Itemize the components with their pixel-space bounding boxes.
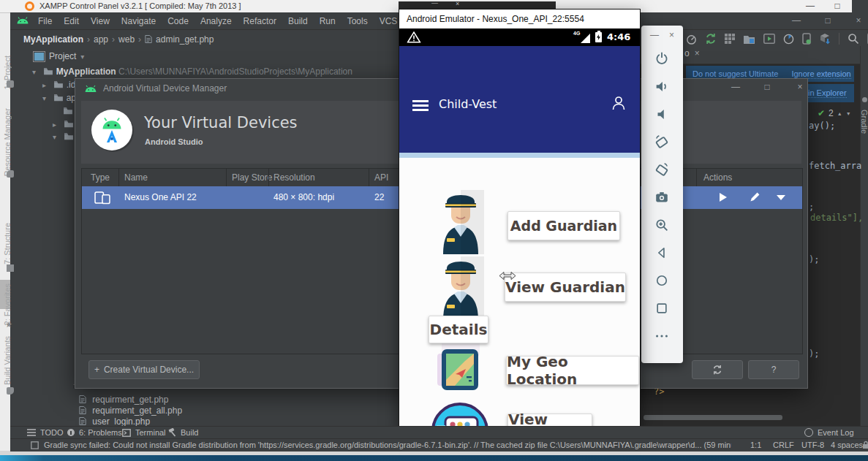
menu-refactor[interactable]: Refactor — [238, 16, 282, 26]
tree-row-folder[interactable]: ▸ — [53, 119, 74, 129]
sidebar-item-resource-manager[interactable]: Resource Manager — [3, 108, 12, 177]
tool-button-terminal[interactable]: Terminal — [122, 428, 166, 437]
studio-close-icon[interactable]: × — [849, 15, 868, 26]
window-icon[interactable] — [31, 441, 39, 449]
edit-device-icon[interactable] — [749, 191, 761, 203]
more-actions-icon[interactable] — [777, 195, 785, 200]
emulator-titlebar[interactable]: Android Emulator - Nexus_One_API_22:5554 — [399, 9, 640, 28]
menu-edit[interactable]: Edit — [58, 16, 85, 26]
sidebar-item-gradle[interactable]: Gradle — [860, 110, 868, 134]
power-button-icon[interactable] — [641, 45, 682, 72]
avd-close-icon[interactable]: × — [790, 82, 809, 92]
chevron-up-icon[interactable]: ▲ — [837, 111, 842, 116]
breadcrumb-file[interactable]: admin_get.php — [156, 34, 214, 45]
column-actions[interactable]: Actions — [703, 172, 732, 183]
file-encoding[interactable]: UTF-8 — [801, 441, 824, 449]
inspection-widget[interactable]: ✔ 2 ▲ ▼ — [818, 108, 851, 118]
column-resolution[interactable]: Resolution — [273, 172, 315, 183]
volume-up-icon[interactable] — [641, 72, 682, 100]
sidebar-item-favorites[interactable]: 2: Favorites — [3, 283, 12, 325]
device-manager-icon[interactable] — [743, 34, 755, 45]
sdk-manager-icon[interactable] — [819, 33, 831, 45]
tree-row-folder[interactable]: ▾ — [53, 132, 74, 142]
more-options-icon[interactable] — [641, 322, 682, 350]
tree-row-file[interactable]: requirment_get.php — [79, 395, 168, 405]
back-button-icon[interactable] — [641, 239, 682, 267]
menu-tools[interactable]: Tools — [341, 16, 374, 26]
breadcrumb-folder[interactable]: web — [118, 34, 135, 45]
menu-file[interactable]: File — [32, 16, 58, 26]
tab-close-icon[interactable]: × — [695, 48, 700, 58]
chevron-collapsed-icon[interactable]: ▸ — [42, 81, 51, 89]
emulator-close-icon[interactable]: × — [669, 30, 674, 40]
overview-button-icon[interactable] — [641, 294, 682, 322]
search-icon[interactable] — [848, 33, 859, 45]
home-button-icon[interactable] — [641, 267, 682, 294]
notification-link-explorer[interactable]: in Explorer — [808, 88, 847, 98]
gradle-sync-icon[interactable] — [705, 33, 717, 45]
sidebar-item-build-variants[interactable]: Build Variants — [3, 336, 12, 385]
column-type[interactable]: Type — [91, 172, 110, 183]
create-virtual-device-button[interactable]: + Create Virtual Device... — [88, 360, 200, 379]
notification-link-ignore[interactable]: Ignore extension — [791, 69, 850, 79]
view-guardian-button[interactable]: View Guardian — [505, 273, 626, 302]
avd-minimize-icon[interactable]: — — [726, 82, 745, 92]
chevron-collapsed-icon[interactable]: ▸ — [53, 121, 61, 129]
tree-row-file[interactable]: user_login.php — [79, 416, 150, 427]
chevron-expanded-icon[interactable]: ▾ — [53, 133, 61, 141]
run-in-window-icon[interactable] — [763, 34, 775, 44]
my-geo-location-button[interactable]: My Geo Location — [506, 356, 639, 385]
tool-button-build[interactable]: Build — [167, 428, 198, 437]
editor-tab[interactable]: o × — [684, 48, 700, 58]
help-button[interactable]: ? — [748, 360, 799, 379]
lock-icon[interactable] — [862, 441, 868, 449]
tree-row-root[interactable]: ▾ MyApplication C:\Users\MUNNAFIYA\Andro… — [32, 66, 352, 77]
profile-person-icon[interactable] — [610, 94, 627, 112]
add-guardian-button[interactable]: Add Guardian — [507, 211, 620, 240]
notification-link-suggest[interactable]: Do not suggest Ultimate — [692, 69, 778, 79]
column-api[interactable]: API — [374, 172, 388, 183]
chevron-expanded-icon[interactable]: ▾ — [32, 68, 41, 76]
emulator-minimize-icon[interactable]: — — [650, 30, 659, 40]
menu-view[interactable]: View — [85, 16, 116, 26]
editor-scrollbar-horizontal[interactable] — [644, 415, 782, 420]
chevron-expanded-icon[interactable]: ▾ — [42, 94, 51, 102]
hamburger-menu-icon[interactable] — [412, 100, 429, 111]
tool-button-problems[interactable]: 6: Problems — [67, 428, 122, 437]
tool-button-event-log[interactable]: Event Log — [804, 428, 854, 437]
menu-analyze[interactable]: Analyze — [195, 16, 238, 26]
breadcrumb-module[interactable]: app — [94, 34, 108, 45]
column-play-store[interactable]: Play Store — [232, 172, 272, 183]
rotate-left-icon[interactable] — [641, 128, 682, 156]
studio-minimize-icon[interactable]: — — [787, 15, 806, 26]
menu-run[interactable]: Run — [314, 16, 341, 26]
xampp-minimize-icon[interactable]: — — [801, 1, 820, 11]
details-button[interactable]: Details — [429, 316, 488, 343]
breadcrumb-project[interactable]: MyApplication — [23, 34, 83, 45]
menu-code[interactable]: Code — [162, 16, 195, 26]
xampp-maximize-icon[interactable]: □ — [828, 1, 847, 11]
menu-build[interactable]: Build — [282, 16, 314, 26]
zoom-icon[interactable] — [641, 211, 682, 239]
caret-position[interactable]: 1:1 — [750, 441, 761, 449]
device-run-icon[interactable] — [802, 33, 811, 45]
avd-maximize-icon[interactable]: □ — [758, 82, 777, 92]
profiler-icon[interactable] — [783, 34, 794, 45]
indent-setting[interactable]: 4 spaces — [831, 441, 863, 449]
screenshot-camera-icon[interactable] — [641, 183, 682, 211]
rotate-right-icon[interactable] — [641, 156, 682, 183]
run-device-icon[interactable] — [720, 193, 727, 202]
status-message[interactable]: Gradle sync failed: Could not install Gr… — [44, 441, 731, 449]
tree-row-folder[interactable] — [63, 106, 73, 116]
sidebar-item-structure[interactable]: 7: Structure — [3, 223, 12, 264]
refresh-button[interactable] — [692, 360, 743, 379]
volume-down-icon[interactable] — [641, 100, 682, 128]
column-name[interactable]: Name — [124, 172, 148, 183]
tree-row-file[interactable]: requirment_get_all.php — [79, 405, 182, 416]
gauge-icon[interactable] — [686, 34, 697, 45]
line-ending[interactable]: CRLF — [773, 441, 794, 449]
project-panel-header[interactable]: Project ▾ — [34, 51, 89, 61]
menu-navigate[interactable]: Navigate — [116, 16, 162, 26]
layout-grid-icon[interactable] — [725, 34, 735, 44]
tool-button-todo[interactable]: TODO — [27, 428, 64, 437]
